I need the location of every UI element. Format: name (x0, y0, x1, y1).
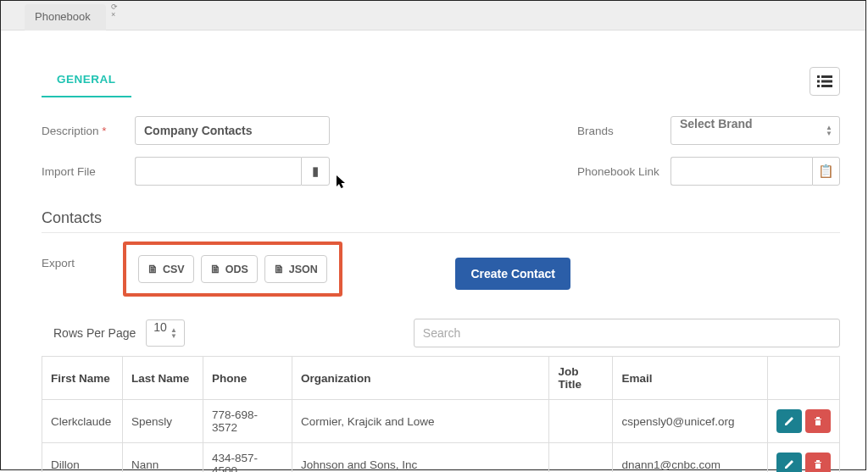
import-file-button[interactable]: ▮ (301, 157, 330, 186)
trash-icon (813, 459, 823, 469)
cell-phone: 778-698-3572 (203, 400, 292, 443)
file-icon: 🗎 (274, 263, 285, 275)
pencil-icon (784, 416, 794, 426)
phonebook-link-input[interactable] (670, 157, 812, 186)
rows-per-page-select[interactable]: 10 ▲▼ (146, 319, 185, 347)
cell-first-name: Clerkclaude (42, 400, 123, 443)
svg-rect-4 (817, 85, 820, 87)
cell-organization: Cormier, Krajcik and Lowe (292, 400, 549, 443)
list-view-button[interactable] (810, 67, 840, 96)
browser-tab[interactable]: Phonebook ⟳× (25, 4, 106, 31)
contacts-table: First Name Last Name Phone Organization … (42, 356, 840, 472)
phonebook-link-button[interactable]: 📋 (812, 157, 840, 186)
cell-first-name: Dillon (42, 443, 123, 473)
clipboard-icon: 📋 (818, 164, 834, 179)
contacts-heading: Contacts (42, 209, 840, 227)
description-input[interactable] (135, 116, 330, 145)
cell-last-name: Nann (123, 443, 203, 473)
sort-arrows-icon: ▲▼ (826, 125, 832, 136)
export-label: Export (42, 242, 123, 269)
svg-rect-0 (817, 75, 820, 78)
cell-organization: Johnson and Sons, Inc (292, 443, 549, 473)
brands-select[interactable]: Select Brand ▲▼ (670, 116, 840, 145)
col-first-name[interactable]: First Name (42, 357, 123, 400)
export-json-button[interactable]: 🗎JSON (264, 255, 327, 283)
tab-title: Phonebook (35, 10, 91, 23)
create-contact-button[interactable]: Create Contact (455, 258, 570, 290)
svg-rect-1 (821, 75, 832, 78)
cell-phone: 434-857-4500 (203, 443, 292, 473)
col-actions (768, 357, 840, 400)
import-file-input[interactable] (135, 157, 301, 186)
cell-job-title (549, 443, 613, 473)
trash-icon (813, 416, 823, 426)
pencil-icon (784, 459, 794, 469)
brands-select-value: Select Brand (680, 117, 753, 130)
file-icon: ▮ (312, 164, 319, 179)
description-label: Description * (42, 125, 135, 137)
file-icon: 🗎 (147, 263, 159, 275)
delete-button[interactable] (805, 409, 831, 433)
edit-button[interactable] (776, 409, 802, 433)
table-row: ClerkclaudeSpensly778-698-3572Cormier, K… (42, 400, 840, 443)
tab-general[interactable]: GENERAL (42, 64, 131, 97)
col-phone[interactable]: Phone (203, 357, 292, 400)
list-icon (817, 75, 832, 87)
cell-job-title (549, 400, 613, 443)
file-icon: 🗎 (210, 263, 221, 275)
svg-rect-5 (821, 85, 832, 87)
export-highlight: 🗎CSV 🗎ODS 🗎JSON (123, 242, 342, 297)
edit-button[interactable] (776, 453, 802, 472)
svg-rect-3 (821, 80, 832, 82)
import-file-label: Import File (42, 165, 135, 178)
export-csv-button[interactable]: 🗎CSV (138, 255, 194, 283)
table-row: DillonNann434-857-4500Johnson and Sons, … (42, 443, 840, 473)
col-email[interactable]: Email (613, 357, 768, 400)
close-icon[interactable]: × (111, 11, 118, 19)
search-input[interactable] (414, 319, 840, 347)
sort-arrows-icon: ▲▼ (170, 327, 177, 339)
col-last-name[interactable]: Last Name (123, 357, 203, 400)
delete-button[interactable] (805, 453, 831, 472)
cell-email: dnann1@cnbc.com (613, 443, 768, 473)
tab-controls: ⟳× (111, 3, 118, 19)
cell-email: cspensly0@unicef.org (613, 400, 768, 443)
phonebook-link-label: Phonebook Link (577, 165, 670, 178)
brands-label: Brands (577, 125, 670, 137)
col-job-title[interactable]: Job Title (549, 357, 613, 400)
export-ods-button[interactable]: 🗎ODS (201, 255, 258, 283)
rows-per-page-label: Rows Per Page (53, 326, 136, 340)
svg-rect-2 (817, 80, 820, 82)
col-organization[interactable]: Organization (292, 357, 549, 400)
cell-last-name: Spensly (123, 400, 203, 443)
